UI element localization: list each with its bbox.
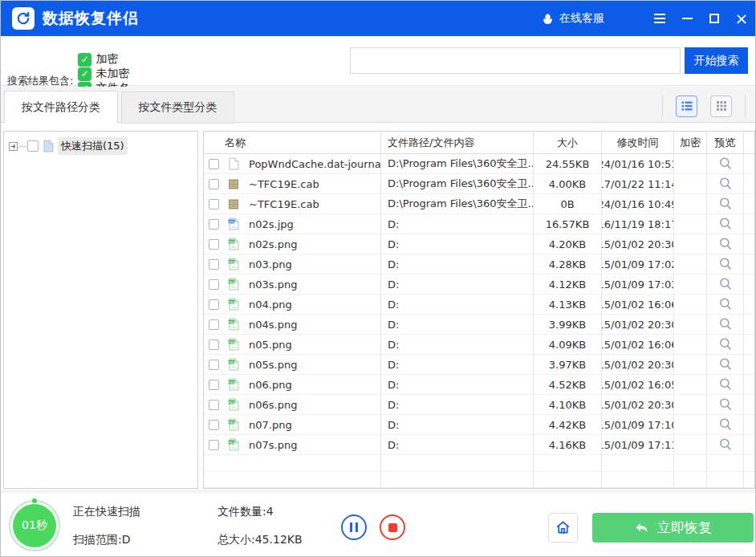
tree-node-quick-scan[interactable]: 快速扫描(15) [9, 137, 197, 155]
preview-button[interactable] [718, 237, 733, 251]
file-size: 4.42KB [534, 415, 602, 434]
row-checkbox[interactable] [209, 400, 219, 410]
file-path: D: [381, 254, 534, 274]
preview-button[interactable] [718, 437, 733, 452]
preview-button[interactable] [718, 377, 733, 392]
row-checkbox[interactable] [209, 199, 219, 209]
preview-button[interactable] [718, 277, 733, 291]
results-table: 名称 文件路径/文件内容 大小 修改时间 加密 预览 PopWndCache.d… [203, 131, 755, 489]
table-row[interactable]: PNGn04s.pngD:3.99KB15/01/02 20:30 [204, 315, 754, 335]
preview-button[interactable] [718, 177, 733, 191]
app-logo-icon [12, 7, 35, 30]
preview-button[interactable] [718, 337, 733, 352]
app-title: 数据恢复伴侣 [43, 8, 139, 29]
column-header-size[interactable]: 大小 [534, 132, 602, 153]
table-row[interactable]: PNGn05.pngD:4.09KB15/01/02 16:06 [204, 335, 754, 355]
empty-table-row [204, 472, 754, 489]
table-row[interactable]: ~TFC19E.cabD:\Program Files\360安全卫...4.0… [204, 174, 754, 194]
menu-button[interactable] [646, 1, 673, 36]
scrollbar-gutter [744, 415, 754, 434]
table-row[interactable]: PNGn05s.pngD:3.97KB15/01/02 20:30 [204, 355, 754, 375]
table-row[interactable]: ~TFC19E.cabD:\Program Files\360安全卫...0B2… [204, 194, 754, 214]
recover-now-button[interactable]: 立即恢复 [592, 513, 754, 543]
row-checkbox[interactable] [209, 299, 219, 310]
column-header-path[interactable]: 文件路径/文件内容 [381, 132, 534, 153]
preview-button[interactable] [718, 157, 733, 171]
stop-scan-button[interactable] [380, 514, 405, 540]
file-type-png-icon: PNG [223, 395, 244, 414]
file-modified: 15/01/02 20:30 [602, 234, 674, 254]
minimize-button[interactable] [673, 1, 701, 36]
preview-button[interactable] [718, 397, 733, 412]
column-header-name[interactable]: 名称 [204, 132, 381, 153]
table-row[interactable]: PNGn03s.pngD:4.12KB15/01/09 17:03 [204, 274, 754, 295]
preview-button[interactable] [718, 197, 733, 211]
row-checkbox[interactable] [209, 219, 219, 230]
file-modified: 15/01/09 17:03 [602, 274, 674, 294]
file-tree-panel: 快速扫描(15) [3, 131, 198, 489]
table-row[interactable]: PNGn07.pngD:4.42KB15/01/09 17:10 [204, 415, 754, 435]
tree-node-label: 快速扫描(15) [58, 137, 128, 155]
file-size: 4.52KB [534, 375, 602, 394]
file-path: D: [381, 415, 534, 434]
search-option-0[interactable]: ✓加密 [78, 52, 140, 67]
search-option-1[interactable]: ✓未加密 [78, 67, 140, 81]
file-type-png-icon: PNG [223, 435, 244, 454]
svg-text:JPG: JPG [228, 220, 234, 224]
file-name: n02s.png [244, 234, 381, 254]
file-encrypted [674, 295, 707, 314]
row-checkbox[interactable] [209, 420, 219, 430]
row-checkbox[interactable] [209, 380, 219, 390]
file-encrypted [674, 174, 707, 193]
preview-button[interactable] [718, 357, 733, 372]
file-size: 4.13KB [534, 295, 602, 314]
pause-scan-button[interactable] [341, 514, 367, 540]
row-checkbox[interactable] [209, 259, 219, 270]
row-checkbox[interactable] [209, 179, 219, 189]
row-checkbox[interactable] [209, 360, 219, 370]
table-row[interactable]: PNGn06.pngD:4.52KB15/01/02 16:05 [204, 375, 754, 395]
table-row[interactable]: JPGn02s.jpgD:16.57KB16/11/19 18:17 [204, 214, 754, 234]
row-checkbox[interactable] [209, 319, 219, 330]
row-checkbox[interactable] [209, 440, 219, 450]
tree-checkbox[interactable] [27, 140, 39, 152]
row-checkbox[interactable] [209, 159, 219, 169]
preview-button[interactable] [718, 417, 733, 432]
preview-button[interactable] [718, 257, 733, 271]
search-input[interactable] [350, 47, 681, 74]
close-button[interactable]: × [728, 1, 755, 36]
row-checkbox[interactable] [209, 279, 219, 290]
timer-spinner-dot [32, 498, 37, 503]
tree-expander-icon[interactable] [9, 142, 18, 151]
preview-button[interactable] [718, 297, 733, 311]
table-row[interactable]: PNGn06s.pngD:4.10KB15/01/02 20:30 [204, 395, 754, 415]
grid-view-button[interactable] [710, 96, 732, 117]
row-checkbox[interactable] [209, 239, 219, 250]
online-support-button[interactable]: 在线客服 [542, 11, 604, 26]
table-row[interactable]: PNGn04.pngD:4.13KB15/01/02 16:06 [204, 295, 754, 315]
start-search-button[interactable]: 开始搜索 [685, 47, 748, 74]
svg-text:PNG: PNG [228, 240, 235, 244]
file-size: 4.10KB [534, 395, 602, 414]
table-row[interactable]: PopWndCache.dat-journalD:\Program Files\… [204, 154, 754, 174]
tab-by-file-path[interactable]: 按文件路径分类 [4, 91, 118, 124]
column-header-encrypted[interactable]: 加密 [674, 132, 707, 153]
home-button[interactable] [548, 513, 578, 543]
preview-button[interactable] [718, 317, 733, 331]
column-header-modified[interactable]: 修改时间 [602, 132, 674, 153]
table-row[interactable]: PNGn02s.pngD:4.20KB15/01/02 20:30 [204, 234, 754, 254]
list-view-button[interactable] [676, 96, 697, 117]
column-header-preview[interactable]: 预览 [707, 132, 744, 153]
maximize-button[interactable] [701, 1, 728, 36]
file-encrypted [674, 375, 707, 394]
table-row[interactable]: PNGn03.pngD:4.28KB15/01/09 17:02 [204, 254, 754, 274]
recover-arrow-icon [634, 520, 649, 535]
row-checkbox[interactable] [209, 339, 219, 350]
file-encrypted [674, 395, 707, 414]
tab-by-file-type[interactable]: 按文件类型分类 [121, 91, 234, 124]
file-encrypted [674, 315, 707, 334]
table-row[interactable]: PNGn07s.pngD:4.16KB15/01/09 17:11 [204, 435, 754, 455]
preview-button[interactable] [718, 217, 733, 231]
table-body: PopWndCache.dat-journalD:\Program Files\… [204, 154, 754, 488]
file-path: D: [381, 274, 534, 294]
